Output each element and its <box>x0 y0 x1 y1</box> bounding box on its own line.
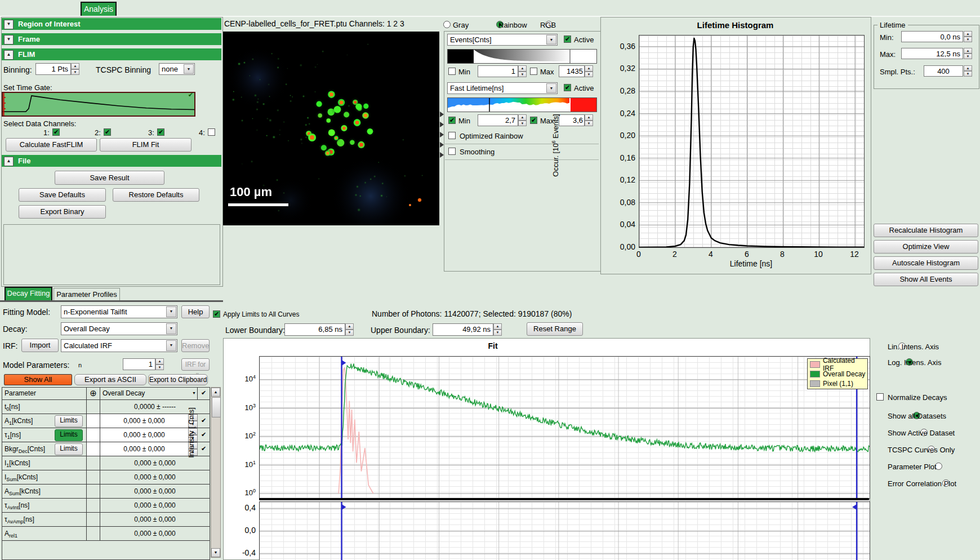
show-all-events-button[interactable]: Show All Events <box>874 273 978 286</box>
channel-checkbox[interactable]: ✔ <box>157 128 164 136</box>
lifetime-max-setting-spinner[interactable]: ▲▼ <box>964 48 972 59</box>
limits-button[interactable]: Limits <box>55 443 83 455</box>
column-check[interactable]: ✔ <box>198 388 210 399</box>
reset-range-button[interactable]: Reset Range <box>527 322 583 336</box>
autoscale-histogram-button[interactable]: Autoscale Histogram <box>874 256 978 270</box>
export-binary-button[interactable]: Export Binary <box>19 205 106 219</box>
irf-for-all-button[interactable]: IRF for all <box>181 358 210 371</box>
lifetime-max-input[interactable]: 3,6 <box>559 114 585 126</box>
param-value-input[interactable]: 0,000 ± 0,000 <box>100 442 188 456</box>
intensity-min-input[interactable]: 1 <box>478 65 518 77</box>
section-region-of-interest[interactable]: ▼ Region of Interest <box>2 18 221 30</box>
section-frame[interactable]: ▼ Frame <box>2 33 221 45</box>
intensity-max-input[interactable]: 1435 <box>559 65 585 77</box>
irf-import-button[interactable]: Import <box>21 339 59 352</box>
collapse-icon[interactable]: ▲ <box>4 157 14 166</box>
decay-select[interactable]: Overall Decay ▼ <box>61 322 177 335</box>
plot-divider[interactable] <box>259 498 869 500</box>
channel-checkbox[interactable]: ✔ <box>104 128 111 136</box>
smoothing-checkbox[interactable] <box>448 148 456 155</box>
binning-spinner[interactable]: ▲▼ <box>71 63 79 75</box>
help-button[interactable]: Help <box>181 305 210 318</box>
lifetime-min-spinner[interactable]: ▲▼ <box>518 114 527 126</box>
n-input[interactable]: 1 <box>123 358 155 370</box>
globe-icon[interactable]: ⊕ <box>87 388 100 399</box>
color-mode-radio-gray[interactable] <box>443 21 451 28</box>
chevron-down-icon[interactable]: ▼ <box>166 323 176 334</box>
n-spinner[interactable]: ▲▼ <box>155 358 164 370</box>
chevron-down-icon[interactable]: ▼ <box>184 64 194 74</box>
lower-boundary-spinner[interactable]: ▲▼ <box>345 323 354 336</box>
section-file[interactable]: ▲ File <box>2 155 221 167</box>
lifetime-max-setting-input[interactable]: 12,5 ns <box>901 48 963 59</box>
irf-select[interactable]: Calculated IRF ▼ <box>61 339 177 352</box>
param-fit-checkbox[interactable]: ✔ <box>198 414 210 428</box>
residuals-plot[interactable] <box>259 501 870 560</box>
param-value-input[interactable]: 0,000 ± 0,000 <box>100 414 188 428</box>
recalculate-histogram-button[interactable]: Recalculate Histogram <box>874 224 978 237</box>
fitting-model-select[interactable]: n-Exponential Tailfit ▼ <box>61 305 177 318</box>
lifetime-min-setting-spinner[interactable]: ▲▼ <box>964 31 972 42</box>
save-result-button[interactable]: Save Result <box>55 171 164 185</box>
lifetime-max-checkbox[interactable]: ✔ <box>530 117 537 124</box>
collapse-icon[interactable]: ▼ <box>4 35 14 45</box>
scrollbar-thumb[interactable] <box>212 397 221 417</box>
intensity-channel-select[interactable]: Events[Cnts] ▼ <box>447 34 558 46</box>
tab-parameter-profiles[interactable]: Parameter Profiles <box>54 288 120 300</box>
lifetime-max-spinner[interactable]: ▲▼ <box>585 114 593 126</box>
save-defaults-button[interactable]: Save Defaults <box>19 188 106 202</box>
collapse-icon[interactable]: ▲ <box>4 50 14 60</box>
intensity-max-spinner[interactable]: ▲▼ <box>585 65 593 77</box>
fit-plot[interactable] <box>259 356 870 499</box>
lifetime-active-checkbox[interactable]: ✔ <box>564 84 571 91</box>
collapse-icon[interactable]: ▼ <box>4 20 14 29</box>
chevron-down-icon[interactable]: ▼ <box>166 306 176 317</box>
intensity-max-checkbox[interactable] <box>530 68 537 75</box>
lifetime-histogram-plot[interactable] <box>639 35 865 248</box>
lifetime-min-input[interactable]: 2,7 <box>478 114 518 126</box>
parameter-table-scrollbar[interactable]: ▲ ▼ <box>211 387 221 558</box>
intensity-min-checkbox[interactable] <box>448 68 456 75</box>
lifetime-min-setting-input[interactable]: 0,0 ns <box>901 31 963 42</box>
limits-button[interactable]: Limits <box>55 415 83 427</box>
export-clipboard-button[interactable]: Export to Clipboard <box>148 374 208 385</box>
sample-points-input[interactable]: 400 <box>924 65 963 77</box>
param-fit-checkbox[interactable]: ✔ <box>198 442 210 456</box>
lifetime-channel-select[interactable]: Fast Lifetime[ns] ▼ <box>447 82 558 94</box>
tab-decay-fitting[interactable]: Decay Fitting <box>5 287 52 300</box>
calculate-fastflim-button[interactable]: Calculate FastFLIM <box>6 138 97 152</box>
normalize-decays-checkbox[interactable] <box>876 393 884 401</box>
tcspc-binning-select[interactable]: none ▼ <box>159 63 195 75</box>
tab-analysis[interactable]: Analysis <box>81 2 117 17</box>
flim-fit-button[interactable]: FLIM Fit <box>100 138 191 152</box>
binning-input[interactable]: 1 Pts <box>35 63 71 75</box>
show-all-button[interactable]: Show All <box>4 374 72 385</box>
scroll-up-icon[interactable]: ▲ <box>211 388 220 397</box>
time-gate-graph[interactable]: ✔ <box>2 92 195 117</box>
export-ascii-button[interactable]: Export as ASCII <box>74 374 146 385</box>
irf-remove-button[interactable]: Remove <box>181 339 210 352</box>
apply-limits-checkbox[interactable]: ✔ <box>213 310 220 318</box>
intensity-min-spinner[interactable]: ▲▼ <box>518 65 527 77</box>
chevron-down-icon[interactable]: ▼ <box>546 35 556 45</box>
limits-button[interactable]: Limits <box>55 429 83 441</box>
upper-boundary-spinner[interactable]: ▲▼ <box>493 323 502 336</box>
section-flim[interactable]: ▲ FLIM <box>2 48 221 60</box>
channel-checkbox[interactable] <box>208 128 215 136</box>
lower-boundary-input[interactable]: 6,85 ns <box>284 323 345 336</box>
upper-boundary-input[interactable]: 49,92 ns <box>433 323 493 336</box>
intensity-active-checkbox[interactable]: ✔ <box>564 35 571 43</box>
optimize-view-button[interactable]: Optimize View <box>874 240 978 254</box>
intensity-histogram-bar[interactable] <box>447 49 597 64</box>
param-fit-checkbox[interactable]: ✔ <box>198 428 210 442</box>
lifetime-min-checkbox[interactable]: ✔ <box>448 117 456 124</box>
optimized-rainbow-checkbox[interactable] <box>448 132 456 139</box>
lifetime-histogram-bar[interactable] <box>447 97 597 112</box>
param-value-input[interactable]: 0,000 ± 0,000 <box>100 428 188 442</box>
channel-checkbox[interactable]: ✔ <box>52 128 60 136</box>
restore-defaults-button[interactable]: Restore Defaults <box>113 188 199 202</box>
column-decay[interactable]: Overall Decay▼ <box>100 388 198 399</box>
scroll-down-icon[interactable]: ▼ <box>211 548 220 557</box>
sample-points-spinner[interactable]: ▲▼ <box>964 65 972 77</box>
chevron-down-icon[interactable]: ▼ <box>166 340 176 351</box>
